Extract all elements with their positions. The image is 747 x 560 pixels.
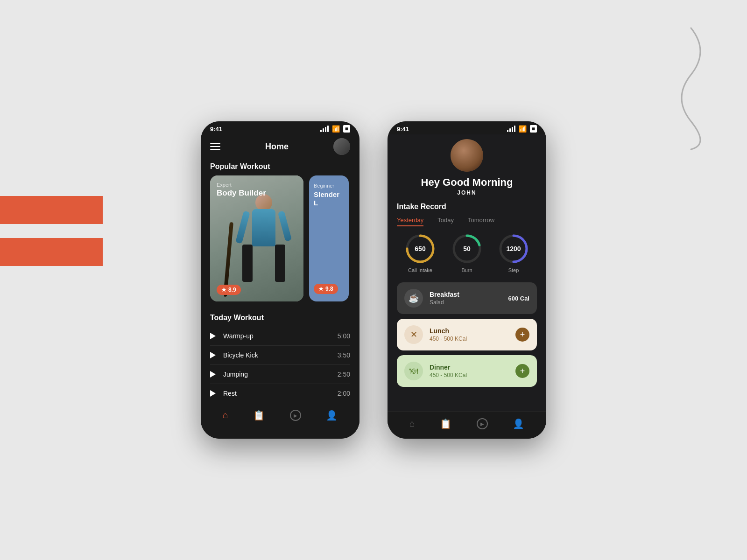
torso [252, 209, 275, 246]
lunch-icon: ✕ [410, 329, 417, 340]
status-bar-intake: 9:41 📶 ■ [388, 121, 546, 134]
nav-home[interactable]: ⌂ [221, 408, 230, 423]
burn-value: 50 [463, 245, 471, 252]
intake-record-section: Intake Record Yesterday Today Tomorrow [388, 203, 546, 282]
status-time-intake: 9:41 [397, 126, 409, 133]
profile-avatar-image [451, 139, 483, 172]
lunch-icon-circle: ✕ [404, 325, 423, 344]
play-nav-icon-intake: ▶ [477, 418, 488, 429]
status-icons-intake: 📶 ■ [507, 125, 537, 133]
profile-section: Hey Good Morning JOHN [388, 134, 546, 203]
home-title: Home [265, 142, 289, 152]
workouts-nav-icon-intake: 📋 [440, 418, 451, 429]
breakfast-icon: ☕ [409, 293, 419, 303]
dinner-desc: 450 - 500 KCal [430, 372, 509, 378]
intake-label: Call Intake [408, 267, 432, 273]
hamburger-menu[interactable] [210, 143, 220, 150]
rating-value: 8.9 [228, 287, 236, 293]
nav-intake-profile[interactable]: 👤 [511, 416, 526, 431]
workouts-nav-icon: 📋 [253, 410, 265, 421]
meal-card-lunch[interactable]: ✕ Lunch 450 - 500 KCal + [397, 319, 537, 350]
workout-duration-jumping: 2:50 [338, 371, 350, 378]
meal-card-dinner[interactable]: 🍽 Dinner 450 - 500 KCal + [397, 355, 537, 387]
tab-tomorrow[interactable]: Tomorrow [468, 217, 494, 226]
avatar-image [333, 138, 350, 155]
workout-name-bicycle: Bicycle Kick [223, 351, 338, 359]
status-bar-home: 9:41 📶 ■ [201, 121, 359, 134]
signal-icon-home [320, 126, 329, 132]
lunch-name: Lunch [430, 327, 509, 335]
workout-item-bicycle[interactable]: Bicycle Kick 3:50 [210, 346, 350, 365]
play-icon-warmup [210, 333, 216, 339]
workout-card-main[interactable]: Expert Body Builder ★ 8.9 [210, 175, 303, 301]
phone1-header: Home [201, 134, 359, 160]
card-name-bodybuilder: Body Builder [217, 189, 266, 198]
dinner-icon: 🍽 [409, 366, 418, 376]
profile-name: JOHN [457, 189, 476, 196]
bottom-nav-home: ⌂ 📋 ▶ 👤 [201, 403, 359, 430]
dinner-icon-circle: 🍽 [404, 362, 423, 380]
card-level-expert: Expert [217, 182, 232, 188]
card-level-beginner: Beginner [314, 183, 344, 189]
popular-workout-title: Popular Workout [201, 160, 359, 175]
play-icon-rest [210, 390, 216, 397]
nav-workouts[interactable]: 📋 [251, 408, 267, 423]
greeting-text: Hey Good Morning [421, 176, 513, 189]
today-workout-section: Today Workout Warmp-up 5:00 Bicycle Kick… [201, 301, 359, 403]
burn-label: Burn [461, 267, 472, 273]
card-rating-secondary: ★ 9.8 [314, 284, 338, 294]
today-workout-title: Today Workout [210, 307, 350, 327]
workout-item-warmup[interactable]: Warmp-up 5:00 [210, 327, 350, 346]
hamburger-line1 [210, 143, 220, 144]
nav-profile[interactable]: 👤 [324, 408, 339, 423]
meal-cards-container: ☕ Breakfast Salad 600 Cal ✕ Lunch 45 [388, 282, 546, 411]
breakfast-info: Breakfast Salad [430, 291, 501, 306]
circle-intake: 650 Call Intake [405, 234, 435, 273]
workout-item-rest[interactable]: Rest 2:00 [210, 384, 350, 403]
circle-ring-step: 1200 [499, 234, 529, 264]
tab-today[interactable]: Today [437, 217, 454, 226]
card-rating-main: ★ 8.9 [217, 285, 241, 295]
dinner-info: Dinner 450 - 500 KCal [430, 364, 509, 378]
home-nav-icon-intake: ⌂ [409, 418, 415, 429]
wifi-icon-intake: 📶 [519, 125, 527, 133]
profile-avatar [451, 139, 483, 172]
profile-nav-icon-intake: 👤 [513, 418, 524, 429]
nav-intake-home[interactable]: ⌂ [408, 416, 417, 431]
workout-name-rest: Rest [223, 390, 338, 397]
circle-step: 1200 Step [499, 234, 529, 273]
breakfast-name: Breakfast [430, 291, 501, 298]
intake-title: Intake Record [397, 203, 537, 211]
signal-icon-intake [507, 126, 515, 132]
workout-name-warmup: Warmp-up [223, 332, 338, 340]
lunch-desc: 450 - 500 KCal [430, 336, 509, 342]
phone2-content: Hey Good Morning JOHN Intake Record Yest… [388, 134, 546, 439]
left-arm [235, 210, 250, 244]
nav-play[interactable]: ▶ [288, 408, 303, 423]
play-nav-icon: ▶ [290, 410, 301, 421]
lunch-add-button[interactable]: + [515, 328, 529, 342]
star-icon-2: ★ [318, 286, 324, 292]
rating-value-2: 9.8 [325, 286, 333, 292]
workout-duration-warmup: 5:00 [338, 332, 350, 340]
header-avatar[interactable] [333, 138, 350, 155]
home-nav-icon: ⌂ [223, 410, 228, 420]
tab-yesterday[interactable]: Yesterday [397, 217, 423, 226]
nav-intake-workouts[interactable]: 📋 [438, 416, 453, 431]
meal-card-breakfast[interactable]: ☕ Breakfast Salad 600 Cal [397, 282, 537, 314]
circles-row: 650 Call Intake 50 Burn [397, 234, 537, 273]
status-time-home: 9:41 [210, 126, 222, 133]
circle-ring-intake: 650 [405, 234, 435, 264]
dinner-add-button[interactable]: + [515, 364, 529, 378]
phone-home: 9:41 📶 ■ Home [201, 121, 359, 439]
workout-card-secondary[interactable]: Beginner Slender L ★ 9.8 [309, 175, 349, 301]
circle-burn: 50 Burn [452, 234, 482, 273]
step-value: 1200 [506, 245, 521, 252]
nav-intake-play[interactable]: ▶ [475, 416, 490, 431]
breakfast-cal: 600 Cal [508, 295, 529, 302]
workout-item-jumping[interactable]: Jumping 2:50 [210, 365, 350, 384]
workout-duration-bicycle: 3:50 [338, 351, 350, 359]
workout-duration-rest: 2:00 [338, 390, 350, 397]
hamburger-line3 [210, 149, 220, 150]
battery-icon-intake: ■ [530, 125, 537, 133]
